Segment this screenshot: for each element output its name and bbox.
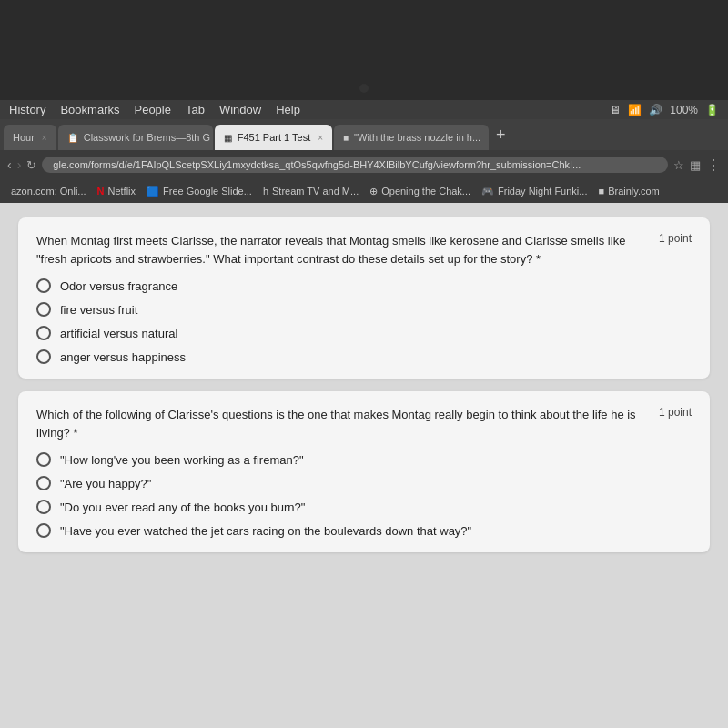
volume-icon: 🔊 bbox=[649, 104, 662, 116]
bookmark-amazon[interactable]: azon.com: Onli... bbox=[7, 186, 86, 197]
bookmark-netflix[interactable]: N Netflix bbox=[97, 186, 136, 197]
q2-radio-d[interactable] bbox=[36, 523, 51, 538]
bookmark-friday-icon: 🎮 bbox=[481, 186, 494, 197]
q2-radio-b[interactable] bbox=[36, 476, 51, 490]
question-2-points: 1 point bbox=[659, 406, 692, 419]
q2-option-b[interactable]: "Are you happy?" bbox=[36, 476, 692, 490]
bookmark-stream[interactable]: h Stream TV and M... bbox=[263, 186, 359, 197]
tab-f451-icon: ▦ bbox=[224, 133, 232, 143]
bookmark-friday[interactable]: 🎮 Friday Night Funki... bbox=[481, 186, 587, 197]
q1-label-a: Odor versus fragrance bbox=[60, 279, 177, 293]
q2-option-a[interactable]: "How long've you been working as a firem… bbox=[36, 452, 692, 467]
q1-radio-c[interactable] bbox=[36, 326, 51, 340]
q2-label-d: "Have you ever watched the jet cars raci… bbox=[60, 524, 471, 538]
new-tab-button[interactable]: + bbox=[490, 126, 511, 145]
os-top-bar bbox=[0, 0, 728, 100]
q1-radio-b[interactable] bbox=[36, 302, 51, 317]
tab-brass[interactable]: ■ "With the brass nozzle in h... × bbox=[334, 125, 489, 150]
tab-classwork[interactable]: 📋 Classwork for Brems—8th G × bbox=[58, 125, 213, 150]
tab-brass-label: "With the brass nozzle in h... bbox=[354, 132, 480, 143]
battery-level: 100% bbox=[670, 104, 698, 116]
back-button[interactable]: ‹ bbox=[7, 157, 12, 172]
bookmark-amazon-label: azon.com: Onli... bbox=[11, 186, 86, 197]
menu-window[interactable]: Window bbox=[219, 103, 261, 116]
bookmark-brainly-label: Brainly.com bbox=[608, 186, 660, 197]
menu-history[interactable]: History bbox=[9, 103, 46, 116]
question-2-header: Which of the following of Clarisse's que… bbox=[36, 406, 692, 441]
menu-people[interactable]: People bbox=[134, 103, 170, 116]
browser-chrome: History Bookmarks People Tab Window Help… bbox=[0, 100, 728, 203]
q2-radio-c[interactable] bbox=[36, 500, 51, 514]
bookmark-slides-icon: 🟦 bbox=[147, 186, 159, 197]
question-card-2: Which of the following of Clarisse's que… bbox=[18, 391, 710, 552]
bookmarks-bar: azon.com: Onli... N Netflix 🟦 Free Googl… bbox=[0, 179, 728, 203]
q1-radio-d[interactable] bbox=[36, 349, 51, 364]
menu-dots-icon[interactable]: ⋮ bbox=[706, 157, 721, 174]
q2-radio-a[interactable] bbox=[36, 452, 51, 467]
question-1-text: When Montag first meets Clarisse, the na… bbox=[36, 232, 659, 268]
q1-radio-a[interactable] bbox=[36, 278, 51, 293]
address-bar: ‹ › ↻ ☆ ▦ ⋮ bbox=[0, 150, 728, 179]
q2-option-c[interactable]: "Do you ever read any of the books you b… bbox=[36, 500, 692, 514]
bookmark-netflix-icon: N bbox=[97, 186, 105, 197]
tab-brass-close[interactable]: × bbox=[488, 133, 489, 143]
url-input[interactable] bbox=[42, 157, 668, 173]
address-icons: ☆ ▦ ⋮ bbox=[673, 157, 721, 174]
question-2-text: Which of the following of Clarisse's que… bbox=[36, 406, 659, 441]
tab-f451-label: F451 Part 1 Test bbox=[238, 132, 311, 143]
menu-tab[interactable]: Tab bbox=[186, 103, 205, 116]
forward-button[interactable]: › bbox=[17, 157, 22, 172]
q1-option-b[interactable]: fire versus fruit bbox=[36, 302, 692, 317]
q1-label-c: artificial versus natural bbox=[60, 327, 177, 340]
battery-icon: 🔋 bbox=[705, 104, 719, 116]
bookmark-slides[interactable]: 🟦 Free Google Slide... bbox=[147, 186, 252, 197]
menu-help[interactable]: Help bbox=[276, 103, 300, 116]
tab-hour[interactable]: Hour × bbox=[4, 125, 56, 150]
menu-bar-right: 🖥 📶 🔊 100% 🔋 bbox=[610, 104, 719, 116]
q2-option-d[interactable]: "Have you ever watched the jet cars raci… bbox=[36, 523, 692, 538]
reload-button[interactable]: ↻ bbox=[26, 158, 36, 172]
bookmark-brainly-icon: ■ bbox=[598, 186, 604, 197]
bookmark-star-icon[interactable]: ☆ bbox=[673, 158, 684, 172]
tab-brass-icon: ■ bbox=[343, 133, 349, 143]
menu-bar: History Bookmarks People Tab Window Help… bbox=[0, 100, 728, 119]
tab-classwork-label: Classwork for Brems—8th G bbox=[84, 132, 210, 143]
tab-hour-close[interactable]: × bbox=[42, 133, 47, 143]
tab-f451-close[interactable]: × bbox=[318, 133, 323, 143]
q1-option-d[interactable]: anger versus happiness bbox=[36, 349, 692, 364]
question-2-options: "How long've you been working as a firem… bbox=[36, 452, 692, 538]
screen-icon: 🖥 bbox=[610, 104, 621, 116]
bookmark-friday-label: Friday Night Funki... bbox=[498, 186, 587, 197]
wifi-icon: 📶 bbox=[628, 104, 642, 116]
q2-label-b: "Are you happy?" bbox=[60, 477, 151, 490]
bookmark-chakra[interactable]: ⊕ Opening the Chak... bbox=[369, 186, 470, 197]
menu-bookmarks[interactable]: Bookmarks bbox=[60, 103, 119, 116]
tabs-bar: Hour × 📋 Classwork for Brems—8th G × ▦ F… bbox=[0, 119, 728, 150]
bookmark-stream-label: Stream TV and M... bbox=[272, 186, 359, 197]
page-content: When Montag first meets Clarisse, the na… bbox=[0, 203, 728, 728]
tab-f451[interactable]: ▦ F451 Part 1 Test × bbox=[215, 125, 332, 150]
q2-label-a: "How long've you been working as a firem… bbox=[60, 453, 304, 467]
tab-classwork-icon: 📋 bbox=[67, 133, 78, 143]
question-card-1: When Montag first meets Clarisse, the na… bbox=[18, 217, 710, 379]
question-1-options: Odor versus fragrance fire versus fruit … bbox=[36, 278, 692, 364]
tab-hour-label: Hour bbox=[13, 132, 35, 143]
q1-label-d: anger versus happiness bbox=[60, 350, 186, 364]
q1-option-c[interactable]: artificial versus natural bbox=[36, 326, 692, 340]
bookmark-brainly[interactable]: ■ Brainly.com bbox=[598, 186, 659, 197]
bookmark-stream-icon: h bbox=[263, 186, 268, 197]
bookmark-netflix-label: Netflix bbox=[108, 186, 136, 197]
question-1-points: 1 point bbox=[659, 232, 692, 245]
question-1-header: When Montag first meets Clarisse, the na… bbox=[36, 232, 692, 268]
bookmark-slides-label: Free Google Slide... bbox=[163, 186, 252, 197]
extensions-icon[interactable]: ▦ bbox=[690, 158, 701, 172]
bookmark-chakra-icon: ⊕ bbox=[369, 186, 378, 197]
q2-label-c: "Do you ever read any of the books you b… bbox=[60, 500, 305, 514]
bookmark-chakra-label: Opening the Chak... bbox=[381, 186, 470, 197]
camera-dot bbox=[359, 84, 369, 93]
q1-label-b: fire versus fruit bbox=[60, 303, 137, 317]
q1-option-a[interactable]: Odor versus fragrance bbox=[36, 278, 692, 293]
